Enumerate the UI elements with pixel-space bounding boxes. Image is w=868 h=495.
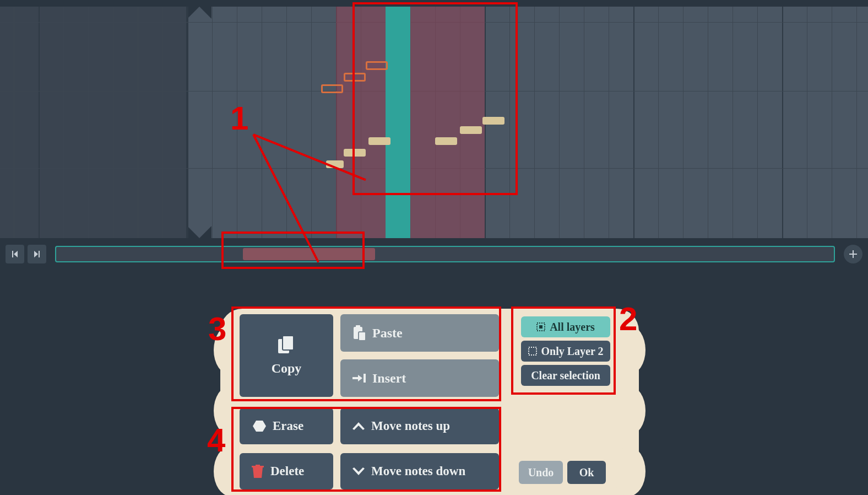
svg-rect-4 xyxy=(359,332,366,341)
grid-column xyxy=(509,7,534,238)
next-button[interactable] xyxy=(28,245,46,263)
grid-column xyxy=(286,7,311,238)
ok-label: Ok xyxy=(579,466,594,479)
grid-column xyxy=(262,7,286,238)
grid-column xyxy=(88,7,113,238)
paste-button[interactable]: Paste xyxy=(340,314,499,352)
select-layer-icon xyxy=(528,347,537,356)
move-down-button[interactable]: Move notes down xyxy=(340,453,499,489)
timeline-scrollbar[interactable] xyxy=(55,246,835,262)
note[interactable] xyxy=(368,137,390,145)
ok-button[interactable]: Ok xyxy=(567,461,606,484)
grid-column xyxy=(162,7,187,238)
insert-icon xyxy=(352,373,366,384)
piano-roll[interactable] xyxy=(0,7,868,238)
note[interactable] xyxy=(344,149,366,157)
grid-column xyxy=(683,7,708,238)
note[interactable] xyxy=(460,126,482,134)
all-layers-label: All layers xyxy=(550,321,595,333)
grid-column xyxy=(708,7,733,238)
delete-label: Delete xyxy=(270,464,304,478)
selection-region[interactable] xyxy=(336,7,386,238)
undo-button[interactable]: Undo xyxy=(519,461,563,484)
grid-column xyxy=(782,7,807,238)
selection-region[interactable] xyxy=(410,7,485,238)
erase-icon xyxy=(252,421,266,432)
clear-selection-button[interactable]: Clear selection xyxy=(521,365,610,386)
grid-column xyxy=(757,7,782,238)
grid-column xyxy=(633,7,658,238)
transport-bar xyxy=(0,241,868,267)
delete-button[interactable]: Delete xyxy=(240,453,333,489)
clear-selection-label: Clear selection xyxy=(531,369,600,382)
edit-panel: Copy Paste Insert Erase Delete xyxy=(231,309,628,491)
copy-icon xyxy=(278,336,295,354)
svg-rect-1 xyxy=(283,336,294,350)
erase-button[interactable]: Erase xyxy=(240,408,333,444)
note[interactable] xyxy=(326,160,344,168)
only-layer-label: Only Layer 2 xyxy=(541,345,604,358)
note-outline[interactable] xyxy=(344,73,366,82)
move-up-label: Move notes up xyxy=(371,419,450,433)
chevron-down-icon xyxy=(352,467,365,475)
grid-column xyxy=(658,7,683,238)
note-outline[interactable] xyxy=(321,84,343,93)
erase-label: Erase xyxy=(273,419,303,433)
svg-rect-7 xyxy=(529,347,536,355)
grid-column xyxy=(113,7,138,238)
grid-column xyxy=(609,7,633,238)
grid-column xyxy=(311,7,336,238)
grid-column xyxy=(584,7,609,238)
grid-column xyxy=(212,7,237,238)
grid-column xyxy=(856,7,868,238)
note[interactable] xyxy=(482,117,504,125)
grid-column xyxy=(39,7,63,238)
only-layer-button[interactable]: Only Layer 2 xyxy=(521,341,610,362)
select-all-icon xyxy=(536,322,545,331)
insert-label: Insert xyxy=(372,371,406,386)
grid-column xyxy=(832,7,856,238)
grid-column xyxy=(187,7,212,238)
copy-button[interactable]: Copy xyxy=(240,314,333,397)
chevron-up-icon xyxy=(352,422,365,430)
svg-rect-6 xyxy=(539,325,542,329)
svg-rect-3 xyxy=(356,325,360,329)
note-outline[interactable] xyxy=(366,61,388,70)
paste-icon xyxy=(352,325,366,341)
note[interactable] xyxy=(435,137,457,145)
all-layers-button[interactable]: All layers xyxy=(521,316,610,337)
grid-column xyxy=(237,7,262,238)
grid-column xyxy=(14,7,39,238)
prev-button[interactable] xyxy=(6,245,24,263)
grid-column xyxy=(559,7,584,238)
playhead[interactable] xyxy=(386,7,410,238)
grid-column xyxy=(138,7,162,238)
move-down-label: Move notes down xyxy=(371,464,465,478)
timeline-selection-marker[interactable] xyxy=(243,248,375,260)
paste-label: Paste xyxy=(372,326,403,341)
grid-column xyxy=(63,7,88,238)
undo-label: Undo xyxy=(528,466,554,479)
add-button[interactable] xyxy=(844,245,862,263)
move-up-button[interactable]: Move notes up xyxy=(340,408,499,444)
trash-icon xyxy=(252,465,264,478)
grid-column xyxy=(534,7,559,238)
insert-button[interactable]: Insert xyxy=(340,359,499,397)
grid-column xyxy=(807,7,832,238)
copy-label: Copy xyxy=(272,361,302,376)
grid-column xyxy=(733,7,757,238)
